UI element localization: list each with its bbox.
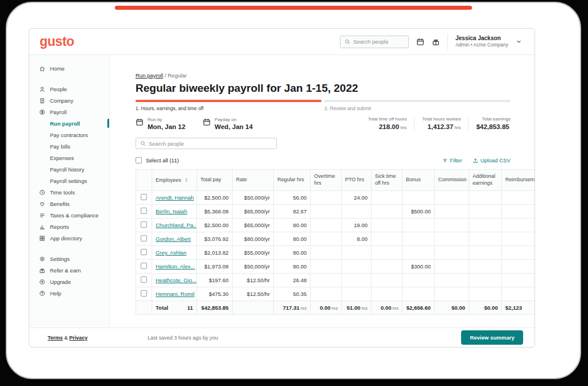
sidebar-item-pay-bills[interactable]: Pay bills bbox=[29, 141, 109, 152]
employee-link[interactable]: Gordon, Albert bbox=[156, 236, 191, 242]
row-checkbox-cell bbox=[136, 205, 152, 219]
table-cell bbox=[435, 260, 469, 274]
table-cell: 80.00 bbox=[274, 260, 311, 274]
row-checkbox[interactable] bbox=[141, 249, 147, 255]
sidebar-item-label: Run payroll bbox=[50, 120, 80, 127]
terms-link[interactable]: Terms bbox=[48, 335, 63, 341]
row-checkbox[interactable] bbox=[141, 221, 147, 228]
sidebar-item-expenses[interactable]: Expenses bbox=[29, 152, 109, 163]
sidebar-item-company[interactable]: Company bbox=[29, 95, 109, 106]
privacy-link[interactable]: Privacy bbox=[69, 335, 87, 341]
home-icon bbox=[39, 65, 45, 72]
table-cell: 56.00 bbox=[274, 191, 311, 205]
sidebar-item-label: Payroll bbox=[50, 109, 67, 115]
table-cell bbox=[372, 191, 403, 205]
header-search[interactable] bbox=[340, 36, 409, 48]
sidebar-item-refer-earn[interactable]: Refer & earn bbox=[29, 264, 109, 276]
employee-cell: Churchland, Pa... bbox=[152, 219, 197, 232]
step-1-label: 1. Hours, earnings, and time off bbox=[136, 106, 322, 111]
filter-button[interactable]: Filter bbox=[442, 157, 462, 163]
row-checkbox[interactable] bbox=[141, 235, 147, 241]
breadcrumb-link[interactable]: Run payroll bbox=[136, 72, 163, 79]
column-header-bonus: Bonus bbox=[403, 170, 435, 191]
filter-label: Filter bbox=[450, 157, 462, 163]
table-cell: $12.50/hr bbox=[233, 287, 274, 301]
stat-label: Total time off hours bbox=[368, 116, 407, 122]
employee-link[interactable]: Hemnani, Romil bbox=[156, 291, 195, 297]
total-cell bbox=[233, 301, 274, 315]
payroll-info-row: Run by Mon, Jan 12 Payday on Wed, Jan 14 bbox=[136, 116, 510, 130]
table-cell: $475.30 bbox=[197, 287, 233, 301]
table-cell: 26.48 bbox=[274, 274, 311, 287]
column-header-employees[interactable]: Employees bbox=[152, 170, 197, 191]
row-checkbox[interactable] bbox=[141, 276, 147, 283]
sidebar-item-upgrade[interactable]: Upgrade bbox=[29, 276, 109, 287]
total-empty-cell bbox=[136, 301, 152, 315]
people-search[interactable] bbox=[136, 138, 277, 149]
sidebar-item-taxes-compliance[interactable]: Taxes & compliance bbox=[29, 209, 109, 221]
header-search-input[interactable] bbox=[353, 38, 404, 45]
people-search-input[interactable] bbox=[149, 141, 272, 147]
row-checkbox-cell bbox=[136, 191, 152, 205]
table-row: Arendt, Hannah$2,500.00$50,000/yr56.0024… bbox=[136, 191, 535, 205]
table-cell: $500.00 bbox=[403, 205, 435, 219]
table-cell bbox=[435, 219, 469, 232]
sidebar-item-reports[interactable]: Reports bbox=[29, 221, 109, 232]
sidebar-item-run-payroll[interactable]: Run payroll bbox=[29, 118, 109, 129]
table-row: Hamilton, Alex...$1,973.08$50,000/yr80.0… bbox=[136, 260, 535, 274]
legal-separator: & bbox=[64, 335, 68, 341]
company-icon bbox=[39, 98, 45, 104]
calendar-icon[interactable] bbox=[416, 38, 424, 46]
sidebar-item-payroll-history[interactable]: Payroll history bbox=[29, 163, 109, 175]
sidebar-item-people[interactable]: People bbox=[29, 83, 109, 95]
sidebar-item-pay-contractors[interactable]: Pay contractors bbox=[29, 129, 109, 141]
chevron-down-icon[interactable] bbox=[516, 38, 522, 45]
table-cell bbox=[502, 287, 535, 301]
total-cell: $42,853.85 bbox=[197, 301, 233, 315]
step-2-label: 2. Review and submit bbox=[324, 106, 510, 111]
table-cell bbox=[502, 219, 535, 232]
row-checkbox[interactable] bbox=[141, 263, 147, 269]
table-cell bbox=[502, 232, 535, 246]
table-cell bbox=[469, 232, 502, 246]
review-summary-button[interactable]: Review summary bbox=[461, 330, 523, 345]
stat-total-time-off-hours: Total time off hours 218.00hrs bbox=[361, 116, 414, 130]
user-menu[interactable]: Jessica Jackson Admin • Acme Company bbox=[455, 34, 508, 48]
sidebar-item-benefits[interactable]: Benefits bbox=[29, 198, 109, 209]
gift-icon[interactable] bbox=[432, 38, 440, 46]
table-cell bbox=[311, 274, 342, 287]
table-cell: $65,000/yr bbox=[233, 219, 274, 232]
table-cell bbox=[403, 191, 435, 205]
employee-link[interactable]: Heathcote, Gio... bbox=[156, 277, 196, 283]
sidebar-item-help[interactable]: Help bbox=[29, 287, 109, 299]
table-cell: 8.00 bbox=[342, 232, 372, 246]
sort-icon[interactable] bbox=[184, 177, 189, 183]
step-2-bar bbox=[324, 100, 510, 102]
breadcrumb: Run payroll / Regular bbox=[136, 72, 535, 79]
total-cell: 0.00hrs bbox=[311, 301, 342, 315]
sidebar-item-payroll[interactable]: Payroll bbox=[29, 106, 109, 118]
employee-link[interactable]: Grey, Ashlan bbox=[156, 249, 187, 256]
column-header-total-pay: Total pay bbox=[197, 170, 233, 191]
sidebar-item-label: Payroll history bbox=[50, 166, 84, 173]
row-checkbox[interactable] bbox=[141, 208, 147, 214]
sidebar-item-settings[interactable]: Settings bbox=[29, 253, 109, 264]
upload-csv-button[interactable]: Upload CSV bbox=[473, 157, 510, 163]
sidebar-item-home[interactable]: Home bbox=[29, 63, 109, 74]
search-icon bbox=[140, 141, 146, 146]
sidebar-item-time-tools[interactable]: Time tools bbox=[29, 186, 109, 198]
employee-link[interactable]: Churchland, Pa... bbox=[156, 222, 197, 228]
table-cell: $12.50/hr bbox=[233, 274, 274, 287]
sidebar-item-app-directory[interactable]: App directory bbox=[29, 232, 109, 244]
employee-link[interactable]: Arendt, Hannah bbox=[156, 194, 194, 201]
employee-link[interactable]: Hamilton, Alex... bbox=[156, 263, 195, 270]
sidebar-item-payroll-settings[interactable]: Payroll settings bbox=[29, 175, 109, 186]
table-cell bbox=[311, 260, 342, 274]
row-checkbox[interactable] bbox=[141, 194, 147, 200]
employee-link[interactable]: Berlin, Isaiah bbox=[156, 208, 187, 215]
row-checkbox-cell bbox=[136, 219, 152, 232]
select-all-checkbox[interactable] bbox=[136, 157, 142, 163]
row-checkbox[interactable] bbox=[141, 290, 147, 297]
filter-icon bbox=[442, 158, 448, 163]
main-content: Run payroll / Regular Regular biweekly p… bbox=[110, 55, 535, 327]
